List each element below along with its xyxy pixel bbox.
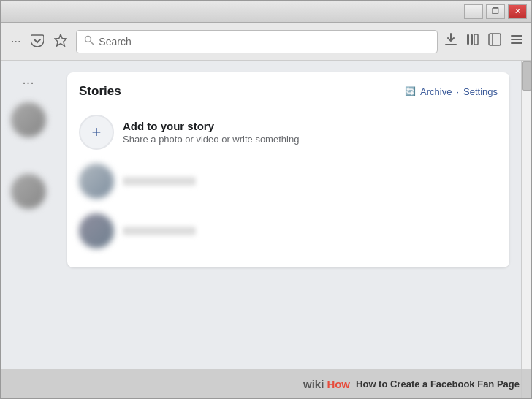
add-story-text: Add to your story Share a photo or video… bbox=[123, 120, 299, 145]
story-name-blur-1 bbox=[123, 177, 196, 186]
sidebar-avatar-2 bbox=[11, 174, 46, 209]
facebook-content: ··· Stories 🔄 Archive · Settings bbox=[1, 61, 521, 369]
fb-sidebar: ··· bbox=[1, 61, 56, 369]
restore-button[interactable]: ❐ bbox=[486, 4, 505, 19]
window-chrome: ─ ❐ ✕ ··· bbox=[0, 0, 532, 399]
settings-link[interactable]: Settings bbox=[463, 86, 498, 97]
browser-toolbar: ··· Search bbox=[1, 23, 531, 61]
story-name-blur-2 bbox=[123, 227, 196, 235]
reader-view-icon[interactable] bbox=[487, 32, 502, 50]
fb-main-content: Stories 🔄 Archive · Settings + Add to yo… bbox=[56, 61, 521, 369]
stories-actions: 🔄 Archive · Settings bbox=[405, 86, 498, 97]
story-avatar-item-2 bbox=[79, 213, 114, 248]
stories-header: Stories 🔄 Archive · Settings bbox=[79, 84, 498, 99]
how-text: How bbox=[327, 378, 350, 390]
title-bar-buttons: ─ ❐ ✕ bbox=[464, 4, 527, 19]
wikihow-logo: wikiHow bbox=[303, 378, 350, 390]
library-icon[interactable] bbox=[466, 32, 480, 50]
svg-rect-6 bbox=[474, 34, 478, 45]
toolbar-right-icons bbox=[444, 32, 524, 50]
stories-section: Stories 🔄 Archive · Settings + Add to yo… bbox=[67, 72, 509, 267]
toolbar-left-icons: ··· bbox=[8, 31, 70, 53]
wiki-text: wiki bbox=[303, 378, 324, 390]
pocket-icon[interactable] bbox=[28, 31, 47, 53]
story-item-2[interactable] bbox=[79, 206, 498, 256]
wikihow-caption: How to Create a Facebook Fan Page bbox=[356, 379, 520, 390]
add-story-circle: + bbox=[79, 115, 114, 150]
more-options-icon[interactable]: ··· bbox=[8, 32, 23, 51]
minimize-button[interactable]: ─ bbox=[464, 4, 483, 19]
stories-title: Stories bbox=[79, 84, 121, 99]
svg-rect-5 bbox=[471, 34, 473, 45]
search-bar-icon bbox=[84, 35, 94, 48]
story-avatar-item-1 bbox=[79, 164, 114, 199]
search-input-text: Search bbox=[99, 36, 131, 48]
svg-rect-7 bbox=[489, 34, 501, 45]
svg-marker-0 bbox=[55, 34, 66, 46]
wikihow-bar: wikiHow How to Create a Facebook Fan Pag… bbox=[1, 369, 531, 398]
add-story-subtitle: Share a photo or video or write somethin… bbox=[123, 134, 299, 145]
story-item-1[interactable] bbox=[79, 156, 498, 206]
svg-rect-4 bbox=[467, 34, 469, 45]
dot-separator: · bbox=[456, 86, 459, 97]
svg-point-1 bbox=[86, 37, 91, 42]
sidebar-more-dots[interactable]: ··· bbox=[7, 68, 50, 96]
scrollbar[interactable] bbox=[521, 61, 531, 398]
sidebar-avatar-1 bbox=[11, 102, 46, 137]
search-bar[interactable]: Search bbox=[76, 30, 438, 53]
add-story-plus-icon: + bbox=[92, 123, 102, 142]
hamburger-menu-icon[interactable] bbox=[509, 32, 524, 50]
close-button[interactable]: ✕ bbox=[508, 4, 527, 19]
add-story-row[interactable]: + Add to your story Share a photo or vid… bbox=[79, 109, 498, 156]
star-icon[interactable] bbox=[51, 31, 70, 53]
svg-line-2 bbox=[91, 42, 94, 45]
title-bar: ─ ❐ ✕ bbox=[1, 1, 531, 23]
download-icon[interactable] bbox=[444, 32, 458, 50]
scrollbar-thumb[interactable] bbox=[522, 61, 531, 91]
add-story-title: Add to your story bbox=[123, 120, 299, 132]
archive-link[interactable]: Archive bbox=[420, 86, 452, 97]
archive-refresh-icon: 🔄 bbox=[405, 86, 416, 96]
